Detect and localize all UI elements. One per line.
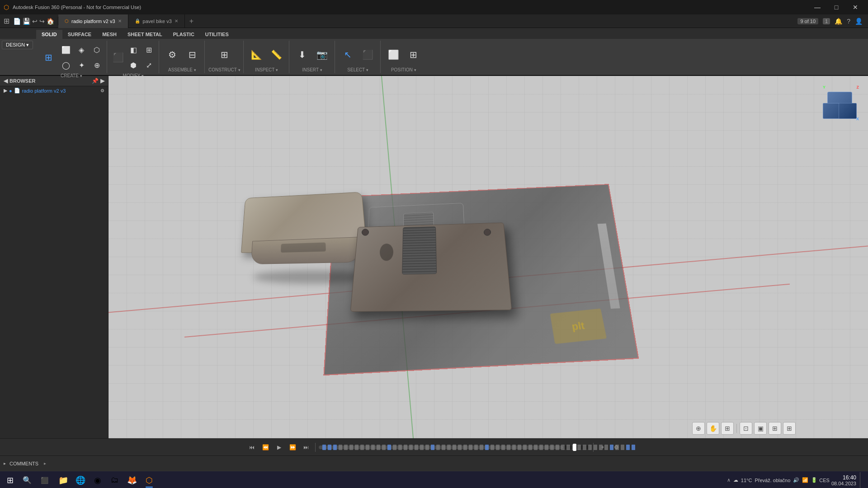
select-window-btn[interactable]: ⬛ [359, 43, 377, 66]
save-icon[interactable]: 💾 [23, 18, 30, 25]
browser-expand-arrow: ▶ [4, 88, 7, 94]
create-thread-btn[interactable]: ⬡ [90, 42, 104, 57]
main-area: ◀ BROWSER 📌 ▶ ▶ ● 📄 radio platform v2 v3… [0, 76, 868, 438]
design-dropdown[interactable]: DESIGN ▾ [2, 41, 33, 49]
weather-text: 11°C Převáž. oblačno [741, 478, 791, 483]
insert-canvas-btn[interactable]: 📷 [313, 43, 332, 66]
modify-scale-btn[interactable]: ⤢ [142, 58, 156, 72]
ribbon-tab-surface[interactable]: SURFACE [62, 30, 97, 40]
position-align-btn[interactable]: ⊞ [404, 43, 423, 66]
zoom-tool-btn[interactable]: ⊞ [721, 422, 734, 435]
browser-panel: ◀ BROWSER 📌 ▶ ▶ ● 📄 radio platform v2 v3… [0, 76, 108, 438]
create-extrude-btn[interactable]: ⊞ [39, 46, 58, 69]
inspect-interference-btn[interactable]: 📏 [267, 43, 286, 66]
start-button[interactable]: ⊞ [2, 472, 18, 488]
timeline-playhead[interactable] [573, 444, 576, 451]
cube-navigator[interactable]: X Y Z [823, 85, 859, 121]
taskbar-clock[interactable]: 16:40 08.04.2023 [831, 474, 856, 486]
inspect-measure-btn[interactable]: 📐 [247, 43, 266, 66]
create-loft-btn[interactable]: ◈ [74, 42, 89, 57]
close-button[interactable]: ✕ [846, 0, 864, 14]
speaker-icon[interactable]: 🔊 [793, 477, 799, 483]
taskbar-app-edge[interactable]: 🌐 [72, 472, 89, 488]
fit-tool-btn[interactable]: ⊡ [740, 422, 752, 435]
construct-plane-btn[interactable]: ⊞ [215, 43, 234, 66]
create-more-btn[interactable]: ⊕ [90, 58, 104, 72]
comments-expand-right[interactable]: ▸ [44, 461, 46, 466]
ribbon-group-construct: ⊞ CONSTRUCT ▾ [206, 41, 244, 73]
browser-header: ◀ BROWSER 📌 ▶ [0, 76, 108, 86]
timeline-end-btn[interactable]: ⏭ [300, 441, 312, 453]
browser-project-name: radio platform v2 v3 [22, 88, 66, 94]
ribbon-group-insert: ⬇ 📷 INSERT ▾ [290, 41, 335, 73]
taskbar-app-chrome[interactable]: ◉ [90, 472, 106, 488]
maximize-button[interactable]: □ [827, 0, 845, 14]
timeline-forward-btn[interactable]: ⏩ [287, 441, 298, 453]
browser-project-row[interactable]: ▶ ● 📄 radio platform v2 v3 ⚙ [0, 86, 108, 95]
taskbar-app-files[interactable]: 🗂 [107, 472, 123, 488]
create-rib-btn[interactable]: ✦ [74, 58, 89, 72]
tab-close-icon[interactable]: ✕ [118, 19, 122, 23]
position-move-btn[interactable]: ⬜ [384, 43, 403, 66]
taskbar-app-firefox[interactable]: 🦊 [124, 472, 140, 488]
task-view-button[interactable]: ⬛ [36, 472, 52, 488]
battery-icon[interactable]: 🔋 [811, 477, 817, 483]
ribbon-tab-solid[interactable]: SOLID [36, 30, 62, 40]
pan-tool-btn[interactable]: ✋ [707, 422, 719, 435]
minimize-button[interactable]: — [808, 0, 826, 14]
timeline-play-btn[interactable]: ▶ [273, 441, 285, 453]
modify-shell-btn[interactable]: ⊞ [142, 42, 156, 57]
browser-settings-icon[interactable]: ⚙ [100, 88, 104, 93]
construct-group-label: CONSTRUCT ▾ [208, 67, 241, 73]
create-sweep-btn[interactable]: ◯ [59, 58, 73, 72]
browser-expand-icon[interactable]: ▶ [100, 78, 104, 84]
new-tab-button[interactable]: + [185, 17, 198, 25]
display-tool-btn[interactable]: ▣ [754, 422, 767, 435]
timeline-start-btn[interactable]: ⏮ [246, 441, 258, 453]
select-select-btn[interactable]: ↖ [339, 43, 358, 66]
taskbar-app-explorer[interactable]: 📁 [55, 472, 71, 488]
ribbon-tab-sheet-metal[interactable]: SHEET METAL [122, 30, 168, 40]
modify-press-pull-btn[interactable]: ⬛ [111, 50, 125, 65]
orbit-tool-btn[interactable]: ⊕ [692, 422, 705, 435]
app-logo-icon: ⬡ [4, 4, 9, 11]
env-tool-btn[interactable]: ⊞ [783, 422, 796, 435]
browser-pin-icon[interactable]: 📌 [92, 78, 99, 84]
bell-icon[interactable]: 🔔 [835, 18, 842, 25]
search-button[interactable]: 🔍 [19, 472, 35, 488]
help-icon[interactable]: ? [847, 18, 850, 25]
ribbon-tab-utilities[interactable]: UTILITIES [200, 30, 234, 40]
home-icon[interactable]: 🏠 [47, 18, 54, 25]
timeline-track[interactable] [319, 446, 590, 449]
new-file-icon[interactable]: 📄 [13, 18, 21, 25]
create-revolve-btn[interactable]: ⬜ [59, 42, 73, 57]
grid-tool-btn[interactable]: ⊞ [769, 422, 781, 435]
redo-icon[interactable]: ↪ [39, 18, 45, 25]
app-menu-icon[interactable]: ⊞ [4, 17, 9, 25]
title-bar: ⬡ Autodesk Fusion 360 (Personal - Not fo… [0, 0, 868, 14]
network-icon[interactable]: 📶 [802, 477, 808, 483]
ribbon-tab-mesh[interactable]: MESH [97, 30, 122, 40]
browser-collapse-icon[interactable]: ◀ [4, 78, 8, 84]
comments-expand-icon[interactable]: ▸ [4, 461, 6, 466]
taskbar-apps: 📁 🌐 ◉ 🗂 🦊 ⬡ [55, 472, 157, 488]
person-icon[interactable]: 👤 [855, 18, 863, 25]
tab-counter-area: 9 of 10 1 🔔 ? 👤 [792, 18, 868, 25]
tab-icon: ⬡ [65, 19, 69, 23]
undo-icon[interactable]: ↩ [32, 18, 38, 25]
assemble-new-component-btn[interactable]: ⚙ [163, 43, 182, 66]
ribbon-tab-plastic[interactable]: PLASTIC [168, 30, 200, 40]
tab-pavel-bike[interactable]: 🔒 pavel bike v3 ✕ [128, 14, 185, 28]
insert-mcmaster-btn[interactable]: ⬇ [293, 43, 312, 66]
assemble-joint-btn[interactable]: ⊟ [183, 43, 202, 66]
taskbar-app-fusion[interactable]: ⬡ [141, 472, 157, 488]
tray-expand-icon[interactable]: ∧ [727, 477, 731, 483]
modify-chamfer-btn[interactable]: ⬢ [126, 58, 141, 72]
show-desktop-btn[interactable] [860, 472, 863, 488]
tab-close-icon[interactable]: ✕ [175, 19, 178, 23]
modify-fillet-btn[interactable]: ◧ [126, 42, 141, 57]
viewport[interactable]: plt [108, 76, 868, 438]
app-title: Autodesk Fusion 360 (Personal - Not for … [13, 5, 141, 10]
tab-radio-platform[interactable]: ⬡ radio platform v2 v3 ✕ [58, 14, 128, 28]
timeline-back-btn[interactable]: ⏪ [259, 441, 271, 453]
